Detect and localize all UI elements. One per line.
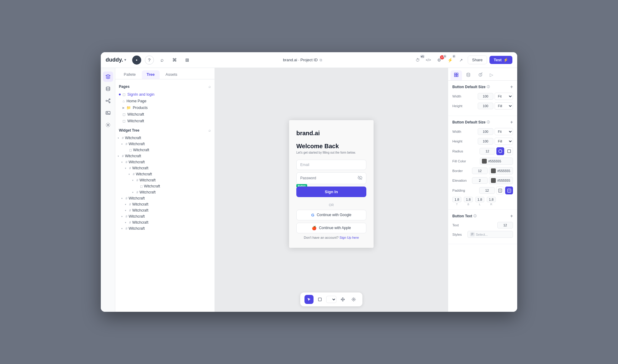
padding-input[interactable] [479,187,495,194]
rp-tab-data[interactable] [463,70,474,80]
tree-row-1[interactable]: ▾ # Witchcraft [115,141,215,147]
rp-tab-design[interactable] [451,70,462,80]
sidebar-icon-settings[interactable] [103,120,113,130]
section-1-add-btn[interactable]: + [510,84,513,90]
frame-tool[interactable] [315,295,324,304]
widget-search-icon[interactable]: ⌕ [209,128,211,133]
logo[interactable]: duddy. ▾ [106,57,126,63]
sign-in-button[interactable]: Sign In [296,187,366,197]
fill-color-swatch [482,159,487,164]
fill-color-input[interactable]: #555555 [480,158,513,165]
tree-row-9[interactable]: ▾ # Witchcraft [115,189,215,195]
tree-row-6[interactable]: ▾ # Witchcraft [115,171,215,177]
command-button[interactable]: ⌘ [170,56,179,65]
pages-search-icon[interactable]: ⌕ [209,84,211,89]
width-input-1[interactable] [478,93,493,100]
settings-button[interactable]: ⚙ 1 3 [435,56,444,64]
height-input-group-1: FillFitFixed [478,102,513,110]
tree-row-7[interactable]: ▾ # Witchcraft [115,177,215,183]
elevation-color-input[interactable]: #555555 [489,177,513,184]
test-button[interactable]: Test ⚡ [489,56,512,64]
styles-input[interactable]: P Select... [467,231,513,238]
email-input[interactable]: Email [296,160,366,170]
padding-left-input[interactable]: 1.8 [475,197,484,202]
password-input-row[interactable]: Password [296,172,366,184]
tree-row-12[interactable]: ▾ # Witchcraft [115,207,215,213]
height-input-2[interactable] [478,138,493,145]
elevation-input[interactable] [472,177,488,184]
width-input-2[interactable] [478,128,493,135]
tree-row-13[interactable]: ▾ # Witchcraft [115,213,215,219]
dark-mode-toggle[interactable]: ● [132,56,141,65]
copy-icon[interactable]: ⧉ [320,58,322,62]
page-item-products[interactable]: ▶ 📁 Products [115,104,215,111]
tab-pallete[interactable]: Pallete [119,70,141,79]
settings-tool[interactable] [349,295,358,304]
svg-rect-14 [499,190,501,191]
apple-button[interactable]: 🍎 Continue with Apple [296,223,366,233]
frame-button[interactable]: ⊞ [183,56,192,65]
tree-row-5[interactable]: ▾ # Witchcraft [115,165,215,171]
sidebar-icon-layers[interactable] [103,72,113,82]
width-fit-select-2[interactable]: FitFillFixed [495,128,513,135]
tree-row-3[interactable]: ▾ # Witchcraft [115,153,215,159]
tree-row-10[interactable]: ▾ # Witchcraft [115,195,215,201]
tree-row-0[interactable]: ▾ # Witchcraft [115,135,215,141]
padding-right-input[interactable]: 1.8 [487,197,496,202]
google-button[interactable]: G Continue with Google [296,210,366,220]
tree-row-15[interactable]: ▾ # Witchcraft [115,225,215,231]
sidebar-icon-connect[interactable] [103,96,113,106]
height-fill-select-1[interactable]: FillFitFixed [495,102,513,110]
page-item-signin[interactable]: ◻ SignIn and login [115,91,215,98]
page-item-home[interactable]: ⌂ Home Page [115,98,215,104]
rp-tab-preview[interactable]: ▷ [487,70,496,80]
padding-top-input[interactable]: 1.8 [452,197,461,202]
rp-height-row-2: Height FillFitFixed [452,138,513,145]
padding-individual-btn[interactable] [505,187,513,194]
widget-tree-title: Widget Tree [119,128,139,133]
height-fill-select-2[interactable]: FillFitFixed [495,138,513,145]
tree-chevron-icon: ▾ [125,221,128,224]
radius-square-btn[interactable] [505,147,513,155]
border-input[interactable] [472,168,488,174]
padding-bottom-input[interactable]: 1.8 [464,197,473,202]
tree-row-14[interactable]: ▾ # Witchcraft [115,219,215,225]
rp-tab-actions[interactable] [475,70,486,80]
styles-p-icon: P [470,232,475,236]
sidebar-icon-database[interactable] [103,84,113,94]
tree-row-4[interactable]: ▾ # Witchcraft [115,159,215,165]
tree-row-8[interactable]: ▾ ◻ Witchcraft [115,183,215,189]
plugin-button[interactable]: ⚡ 2 [446,56,454,64]
padding-uniform-btn[interactable] [496,187,504,194]
eye-off-icon[interactable] [358,175,362,181]
page-item-witchcraft-1[interactable]: ◻ Witchcraft [115,111,215,118]
radius-input[interactable] [479,148,495,155]
external-link-button[interactable]: ↗ [457,56,465,64]
tab-assets[interactable]: Assets [161,70,182,79]
tab-tree[interactable]: Tree [142,70,160,79]
button-text-add-btn[interactable]: + [510,213,513,219]
radius-round-btn[interactable] [496,147,504,155]
rp-width-row-2: Width FitFillFixed [452,128,513,135]
panel-tabs: Pallete Tree Assets [115,68,215,79]
history-button[interactable]: ⏱ v1 [413,56,422,64]
signup-link[interactable]: Sign Up here [339,236,359,239]
move-tool[interactable] [338,295,347,304]
zoom-select[interactable]: 100% [326,296,336,303]
share-button[interactable]: Share [468,56,487,64]
help-button[interactable]: ? [145,56,154,65]
border-color-input[interactable]: #555555 [489,167,513,174]
tree-row-11[interactable]: ▾ # Witchcraft [115,201,215,207]
padding-right-label: R [490,203,492,206]
pointer-tool[interactable] [304,295,314,304]
code-button[interactable]: </> [424,56,433,64]
section-2-add-btn[interactable]: + [510,120,513,125]
sidebar-icon-image[interactable] [103,108,113,118]
rp-height-row-1: Height FillFitFixed [452,102,513,110]
page-item-witchcraft-2[interactable]: ◻ Witchcraft [115,118,215,124]
height-input-1[interactable] [478,103,493,109]
width-fit-select-1[interactable]: FitFillFixed [495,93,513,100]
text-input[interactable] [497,222,513,228]
search-button[interactable]: ⌕ [158,56,167,65]
tree-row-2[interactable]: ▾ ◻ Witchcraft [115,147,215,153]
